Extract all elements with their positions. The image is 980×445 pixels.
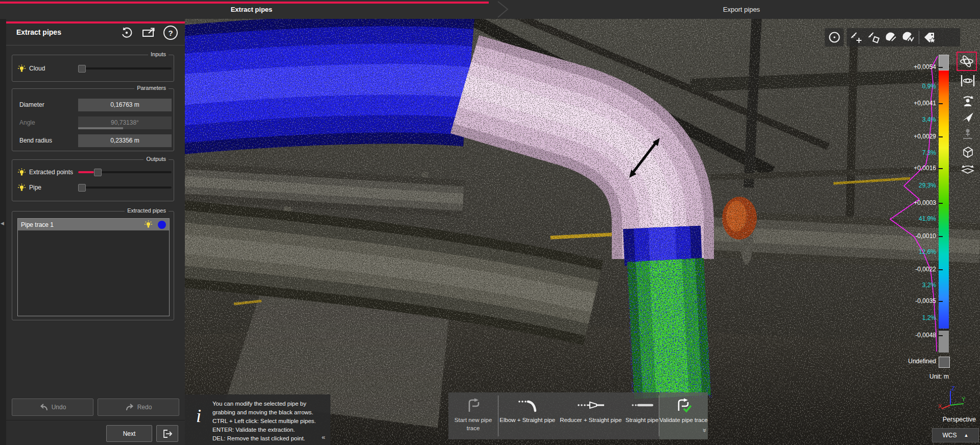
scale-label: -0,0035 [915,297,936,305]
info-line: CTRL + Left click: Select multiple pipes… [212,417,316,426]
center-view-icon[interactable] [826,29,843,46]
outputs-group: Outputs Extracted points Pipe [12,159,174,201]
tab-label: Extract pipes [231,6,273,13]
pipe-toolbar: Start new pipe trace Elbow + Straight pi… [448,392,708,439]
extracted-points-label: Extracted points [29,169,73,176]
dropdown-up-icon: ▲ [964,433,969,438]
constrained-orbit-icon[interactable] [959,72,977,89]
exit-icon [162,429,173,439]
info-collapse-icon[interactable]: « [322,433,325,441]
walk-icon[interactable] [959,126,977,143]
cloud-label: Cloud [29,65,45,72]
divider [6,420,185,420]
scale-tick [939,168,943,169]
coordinate-system-dropdown[interactable]: WCS ▲ [932,428,979,442]
button-label: Validate pipe trace [659,416,707,424]
measure-box-icon[interactable] [865,29,882,46]
diameter-label: Diameter [19,101,44,108]
scale-tick [939,136,943,137]
panel-edge-strip: ◀ [0,19,6,445]
redo-button[interactable]: Redo [98,399,179,416]
scale-label: -0,0022 [915,266,936,273]
pipe-color-swatch[interactable] [158,221,166,229]
pipe-trace-icon [465,397,482,413]
undo-button[interactable]: Undo [12,399,93,416]
parameters-group: Parameters Diameter 0,16763 m Angle 90,7… [12,88,174,151]
add-measure-icon[interactable] [848,29,865,46]
point-cloud-scene[interactable] [185,19,980,445]
look-around-icon[interactable] [959,91,977,109]
scale-label: +0,0041 [914,100,936,107]
extracted-points-slider[interactable] [78,169,172,176]
visibility-bulb-icon[interactable] [17,183,26,192]
color-scale-bar[interactable] [939,55,949,367]
toolbar-collapse-icon[interactable]: « [700,429,708,432]
point-speckle-dark [185,19,980,445]
reducer-straight-pipe-button[interactable]: Reducer + Straight pipe [556,392,625,439]
bend-radius-field[interactable]: 0,23356 m [78,134,172,147]
exit-step-button[interactable] [156,425,178,442]
orbit-icon[interactable] [957,52,977,71]
label-tag-icon[interactable] [921,29,938,46]
info-line: ENTER: Validate the extraction. [212,426,316,434]
fly-icon[interactable] [959,109,977,126]
pipe-opacity-slider[interactable] [78,184,172,191]
visibility-bulb-icon[interactable] [144,220,153,229]
reset-icon[interactable] [119,26,134,40]
collapse-panel-icon[interactable]: ◀ [1,221,4,226]
projection-mode-label[interactable]: Perspective [943,416,976,423]
unit-label: Unit: m [929,373,949,380]
toolbar-separator [919,31,919,44]
next-label: Next [123,430,136,437]
extracted-pipes-group: Extracted pipes Pipe trace 1 [12,211,174,320]
application-window: { "top_bar": { "progress_color": "#e6174… [0,0,980,445]
visibility-bulb-icon[interactable] [17,64,26,73]
scale-label: +0,0003 [914,199,936,206]
extracted-pipes-list[interactable]: Pipe trace 1 [17,218,170,316]
angle-section-measure-icon[interactable] [900,29,917,46]
scale-label: +0,0054 [914,63,936,71]
validate-pipe-trace-button[interactable]: Validate pipe trace [659,392,708,439]
scale-tick [939,335,943,336]
undefined-color-swatch[interactable] [939,357,950,368]
angle-progress-strip [78,127,123,129]
scale-label: 1,2% [922,314,936,321]
scale-label: 7,3% [922,149,936,156]
elbow-straight-pipe-button[interactable]: Elbow + Straight pipe [498,392,556,439]
info-line: DEL: Remove the last clicked point. [212,434,316,443]
tab-extract-pipes[interactable]: Extract pipes [0,0,503,19]
help-icon[interactable]: ? [163,26,178,40]
cs-label: WCS [943,432,957,439]
undo-label: Undo [52,404,66,411]
tool-group-measure [847,28,960,46]
viewport-3d[interactable]: +0,0054 0,9% +0,0041 3,4% +0,0029 7,3% +… [185,19,980,445]
visibility-bulb-icon[interactable] [17,168,26,177]
export-window-icon[interactable] [141,26,156,40]
scale-label: -0,0010 [915,232,936,240]
list-item-pipe-trace[interactable]: Pipe trace 1 [18,219,169,230]
tab-label: Export pipes [723,6,760,13]
scale-label: +0,0029 [914,133,936,140]
turntable-icon[interactable] [959,160,977,178]
cloud-opacity-slider[interactable] [78,65,172,72]
straight-pipe-button[interactable]: Straight pipe [625,392,658,439]
diameter-field[interactable]: 0,16763 m [78,99,172,111]
angle-field: 90,73138° [78,116,172,129]
scale-label: 0,9% [922,83,936,90]
button-label: Straight pipe [626,416,659,424]
view-cube-icon[interactable] [959,143,977,160]
button-label: Reducer + Straight pipe [560,416,622,424]
elbow-pipe-icon [516,397,539,413]
undefined-label: Undefined [908,358,936,365]
tab-export-pipes[interactable]: Export pipes [503,0,980,19]
scale-label: 12,6% [919,248,936,255]
extract-pipes-panel: Extract pipes ? Inputs Cloud [6,19,185,445]
scale-tick [939,203,943,204]
undo-arrow-icon [39,403,49,411]
scale-label: 41,9% [919,215,936,222]
divider [6,45,185,45]
next-button[interactable]: Next [106,425,152,442]
angle-measure-icon[interactable] [882,29,900,46]
scale-label: -0,0048 [915,332,936,339]
button-label: Elbow + Straight pipe [499,416,555,424]
